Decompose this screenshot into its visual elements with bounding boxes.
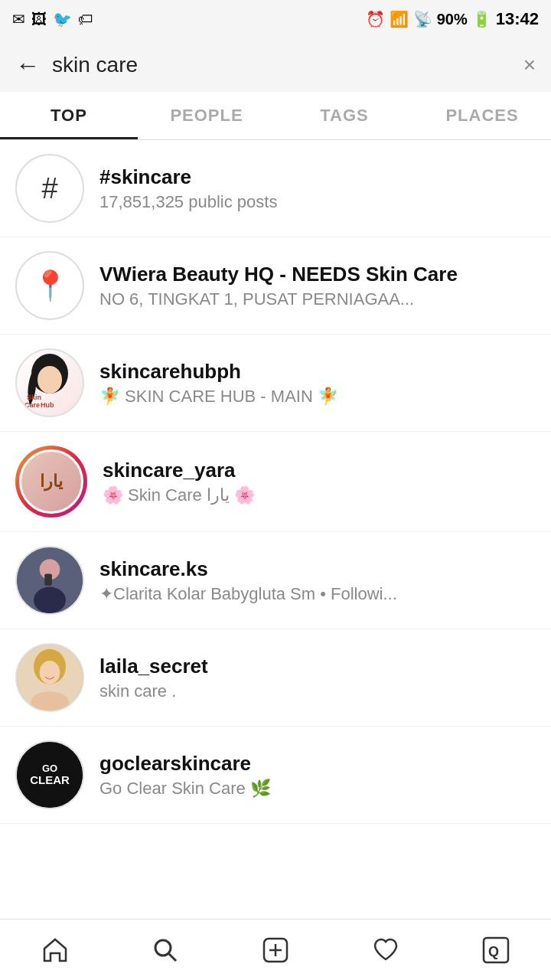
hub-logo: Skin Care Hub bbox=[17, 350, 83, 416]
svg-text:Hub: Hub bbox=[41, 401, 54, 409]
tab-people[interactable]: PEOPLE bbox=[138, 92, 276, 139]
wifi-icon: 📶 bbox=[390, 10, 409, 28]
nav-add-button[interactable] bbox=[253, 927, 298, 973]
status-time: 13:42 bbox=[496, 9, 539, 29]
avatar: يارا bbox=[15, 446, 87, 518]
list-item[interactable]: skincare.ks ✦Clarita Kolar Babygluta Sm … bbox=[0, 532, 551, 629]
location-icon: 📍 bbox=[32, 269, 68, 302]
twitter-icon: 🐦 bbox=[53, 10, 72, 28]
svg-point-13 bbox=[155, 940, 171, 956]
result-info: laila_secret skin care . bbox=[99, 655, 536, 701]
result-sub: 🌸 Skin Care يارا 🌸 bbox=[103, 485, 536, 505]
result-name: goclearskincare bbox=[99, 752, 536, 776]
battery-icon: 🔋 bbox=[472, 10, 491, 28]
nav-heart-button[interactable] bbox=[363, 927, 409, 973]
hashtag-icon: # bbox=[41, 172, 57, 205]
bottom-nav: Q bbox=[0, 919, 551, 980]
result-sub: 🧚 SKIN CARE HUB - MAIN 🧚 bbox=[99, 387, 536, 407]
search-bar: ← skin care × bbox=[0, 38, 551, 92]
svg-point-1 bbox=[37, 366, 62, 394]
nav-home-button[interactable] bbox=[32, 927, 78, 973]
search-query: skin care bbox=[52, 53, 511, 77]
avatar: Skin Care Hub bbox=[15, 348, 84, 417]
result-name: skincare.ks bbox=[99, 557, 536, 581]
svg-point-7 bbox=[34, 587, 66, 613]
result-info: skincare.ks ✦Clarita Kolar Babygluta Sm … bbox=[99, 557, 536, 604]
result-info: VWiera Beauty HQ - NEEDS Skin Care NO 6,… bbox=[99, 263, 536, 309]
tab-places[interactable]: PLACES bbox=[413, 92, 551, 139]
search-tabs: TOP PEOPLE TAGS PLACES bbox=[0, 92, 551, 140]
result-name: skincarehubph bbox=[99, 360, 536, 384]
nav-profile-button[interactable]: Q bbox=[473, 927, 519, 973]
status-icons-right: ⏰ 📶 📡 90% 🔋 13:42 bbox=[366, 9, 539, 29]
avatar bbox=[15, 546, 84, 615]
svg-point-11 bbox=[40, 661, 60, 684]
avatar-inner: يارا bbox=[19, 449, 83, 514]
signal-icon: 📡 bbox=[413, 10, 432, 28]
nav-search-button[interactable] bbox=[142, 927, 188, 973]
result-name: laila_secret bbox=[99, 655, 536, 678]
goclear-logo: GOCLEAR bbox=[17, 742, 83, 808]
svg-text:Skin: Skin bbox=[27, 394, 41, 401]
result-sub: skin care . bbox=[99, 681, 536, 701]
tag-icon: 🏷 bbox=[78, 11, 93, 28]
svg-text:Q: Q bbox=[488, 944, 499, 959]
list-item[interactable]: laila_secret skin care . bbox=[0, 629, 551, 727]
results-list: # #skincare 17,851,325 public posts 📍 VW… bbox=[0, 140, 551, 885]
avatar bbox=[15, 643, 84, 712]
avatar: 📍 bbox=[15, 251, 84, 320]
image-icon: 🖼 bbox=[31, 11, 47, 28]
avatar: # bbox=[15, 154, 84, 223]
list-item[interactable]: # #skincare 17,851,325 public posts bbox=[0, 140, 551, 237]
list-item[interactable]: Skin Care Hub skincarehubph 🧚 SKIN CARE … bbox=[0, 335, 551, 432]
tab-tags[interactable]: TAGS bbox=[276, 92, 413, 139]
result-info: skincare_yara 🌸 Skin Care يارا 🌸 bbox=[103, 459, 536, 505]
result-info: skincarehubph 🧚 SKIN CARE HUB - MAIN 🧚 bbox=[99, 360, 536, 407]
svg-line-14 bbox=[169, 954, 176, 961]
result-info: #skincare 17,851,325 public posts bbox=[99, 165, 536, 212]
alarm-icon: ⏰ bbox=[366, 10, 385, 28]
result-info: goclearskincare Go Clear Skin Care 🌿 bbox=[99, 752, 536, 799]
list-item[interactable]: 📍 VWiera Beauty HQ - NEEDS Skin Care NO … bbox=[0, 237, 551, 335]
result-sub: ✦Clarita Kolar Babygluta Sm • Followi... bbox=[99, 584, 536, 604]
avatar: GOCLEAR bbox=[15, 740, 84, 809]
status-icons-left: ✉ 🖼 🐦 🏷 bbox=[12, 10, 93, 28]
result-sub: Go Clear Skin Care 🌿 bbox=[99, 779, 536, 799]
battery-text: 90% bbox=[437, 11, 468, 28]
result-name: #skincare bbox=[99, 165, 536, 189]
result-sub: NO 6, TINGKAT 1, PUSAT PERNIAGAA... bbox=[99, 289, 536, 309]
svg-point-12 bbox=[31, 691, 69, 712]
status-bar: ✉ 🖼 🐦 🏷 ⏰ 📶 📡 90% 🔋 13:42 bbox=[0, 0, 551, 38]
result-name: VWiera Beauty HQ - NEEDS Skin Care bbox=[99, 263, 536, 286]
email-icon: ✉ bbox=[12, 10, 25, 28]
tab-top[interactable]: TOP bbox=[0, 92, 138, 139]
result-sub: 17,851,325 public posts bbox=[99, 192, 536, 212]
svg-text:Care: Care bbox=[24, 401, 40, 409]
back-button[interactable]: ← bbox=[15, 51, 40, 80]
result-name: skincare_yara bbox=[103, 459, 536, 482]
list-item[interactable]: يارا skincare_yara 🌸 Skin Care يارا 🌸 bbox=[0, 432, 551, 532]
list-item[interactable]: GOCLEAR goclearskincare Go Clear Skin Ca… bbox=[0, 727, 551, 824]
svg-rect-8 bbox=[44, 573, 52, 585]
clear-button[interactable]: × bbox=[523, 53, 536, 77]
